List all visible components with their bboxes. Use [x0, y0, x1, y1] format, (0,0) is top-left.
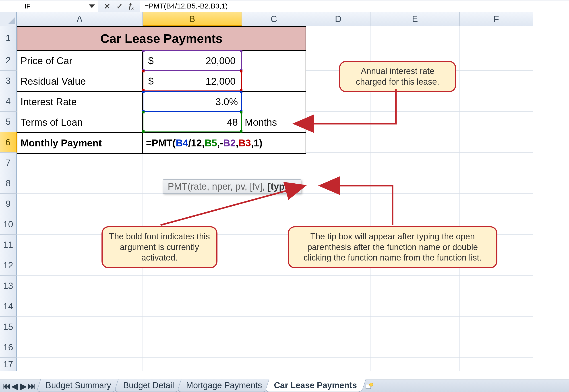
row-header-14[interactable]: 14 — [0, 296, 17, 317]
row-header-7[interactable]: 7 — [0, 153, 17, 173]
row-header-10[interactable]: 10 — [0, 214, 17, 235]
row-header-6[interactable]: 6 — [0, 132, 17, 153]
enter-icon[interactable]: ✓ — [117, 2, 123, 11]
row-header-15[interactable]: 15 — [0, 317, 17, 337]
callout-bold-arg: The bold font indicates this argument is… — [102, 226, 218, 268]
table-row-label[interactable]: Terms of Loan — [17, 112, 143, 133]
table-row-label[interactable]: Price of Car — [17, 51, 143, 71]
row-header-2[interactable]: 2 — [0, 50, 17, 71]
row-header-13[interactable]: 13 — [0, 276, 17, 296]
table-row-unit[interactable]: Months — [242, 112, 306, 133]
row-header-8[interactable]: 8 — [0, 173, 17, 194]
fx-icon[interactable]: fx — [129, 1, 134, 11]
col-header-C[interactable]: C — [242, 12, 306, 26]
col-header-E[interactable]: E — [370, 12, 460, 26]
row-header-17[interactable]: 17 — [0, 358, 17, 371]
tooltip-fn: PMT — [168, 181, 188, 192]
sheet-tab[interactable]: Budget Summary — [36, 379, 120, 392]
name-box[interactable]: IF — [0, 0, 98, 12]
tab-nav-first-icon[interactable]: ⏮ — [2, 381, 10, 391]
row-header-5[interactable]: 5 — [0, 112, 17, 132]
table-row-unit[interactable] — [242, 92, 306, 112]
tab-nav-buttons: ⏮ ◀ ▶ ⏭ — [0, 380, 38, 392]
callout-tipbox: The tip box will appear after typing the… — [288, 226, 497, 268]
formula-bar-controls: ✕ ✓ fx — [98, 0, 140, 12]
tooltip-close: ) — [293, 181, 296, 192]
sheet-tabs: Budget SummaryBudget DetailMortgage Paym… — [38, 380, 362, 392]
row-header-12[interactable]: 12 — [0, 255, 17, 276]
row-header-1[interactable]: 1 — [0, 26, 17, 50]
row-header-11[interactable]: 11 — [0, 235, 17, 255]
table-row-value[interactable]: 3.0% — [143, 92, 242, 112]
callout-interest-rate: Annual interest rate charged for this le… — [339, 61, 456, 92]
data-table: Car Lease PaymentsPrice of Car$20,000Res… — [17, 26, 306, 154]
table-row-value[interactable]: $12,000 — [143, 71, 242, 92]
row-headers: 1234567891011121314151617 — [0, 26, 17, 371]
row-header-16[interactable]: 16 — [0, 337, 17, 358]
column-headers: ABCDEF — [17, 12, 533, 26]
sheet-tab[interactable]: Mortgage Payments — [177, 379, 271, 392]
formula-bar: IF ✕ ✓ fx =PMT(B4/12,B5,-B2,B3,1) — [0, 0, 569, 12]
table-row-value[interactable]: 48 — [143, 112, 242, 133]
tooltip-args: (rate, nper, pv, [fv], — [188, 181, 268, 192]
sheet-tab-bar: ⏮ ◀ ▶ ⏭ Budget SummaryBudget DetailMortg… — [0, 379, 569, 392]
table-row-label[interactable]: Interest Rate — [17, 92, 143, 112]
row-header-3[interactable]: 3 — [0, 71, 17, 91]
name-box-dropdown-icon[interactable] — [89, 4, 95, 8]
tab-nav-last-icon[interactable]: ⏭ — [28, 381, 36, 391]
tab-nav-prev-icon[interactable]: ◀ — [11, 381, 19, 391]
table-row-label[interactable]: Monthly Payment — [17, 133, 143, 153]
svg-point-1 — [369, 383, 373, 386]
sheet-tab[interactable]: Budget Detail — [114, 379, 183, 392]
cancel-icon[interactable]: ✕ — [104, 2, 110, 11]
row-header-4[interactable]: 4 — [0, 91, 17, 112]
table-row-value[interactable]: $20,000 — [143, 51, 242, 71]
function-tooltip: PMT(rate, nper, pv, [fv], [type]) — [163, 179, 301, 194]
col-header-B[interactable]: B — [143, 12, 242, 26]
table-row-unit[interactable] — [242, 51, 306, 71]
formula-input[interactable]: =PMT(B4/12,B5,-B2,B3,1) — [140, 0, 569, 12]
row-header-9[interactable]: 9 — [0, 194, 17, 214]
table-title[interactable]: Car Lease Payments — [17, 27, 306, 51]
formula-cell[interactable]: =PMT(B4/12,B5,-B2,B3,1) — [143, 133, 306, 153]
tab-nav-next-icon[interactable]: ▶ — [19, 381, 27, 391]
table-row-unit[interactable] — [242, 71, 306, 92]
select-all-button[interactable] — [0, 12, 17, 26]
name-box-value: IF — [25, 2, 30, 10]
col-header-A[interactable]: A — [17, 12, 143, 26]
tooltip-active-arg: [type] — [267, 181, 293, 192]
spreadsheet-grid: ABCDEF 1234567891011121314151617 Car Lea… — [0, 12, 569, 379]
formula-text: =PMT(B4/12,B5,-B2,B3,1) — [145, 2, 228, 10]
col-header-F[interactable]: F — [460, 12, 533, 26]
insert-sheet-icon[interactable] — [365, 382, 374, 391]
sheet-tab[interactable]: Car Lease Payments — [265, 379, 366, 392]
table-row-label[interactable]: Residual Value — [17, 71, 143, 92]
col-header-D[interactable]: D — [306, 12, 370, 26]
